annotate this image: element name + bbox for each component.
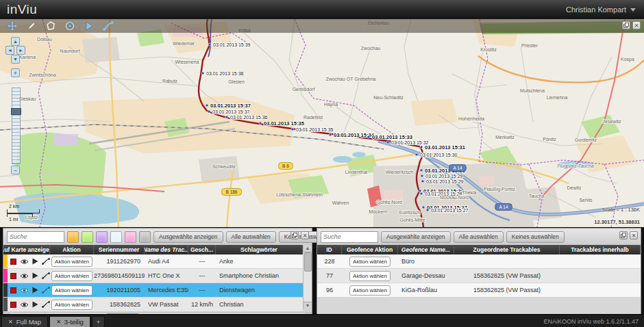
route-icon[interactable] <box>42 258 50 265</box>
play-icon[interactable] <box>32 287 38 293</box>
stop-icon[interactable] <box>10 302 16 308</box>
geofence-row[interactable]: 228Aktion wählenBüro <box>317 254 641 269</box>
column-header[interactable]: Aktion <box>50 245 94 254</box>
color-swatch[interactable] <box>82 231 93 243</box>
track-point-marker[interactable] <box>419 189 421 192</box>
column-header[interactable]: Geofence Name... <box>398 245 454 254</box>
action-select-button[interactable]: Aktion wählen <box>349 257 391 267</box>
eye-icon[interactable] <box>20 302 29 308</box>
stop-icon[interactable] <box>10 273 16 279</box>
track-point-marker[interactable] <box>420 192 423 195</box>
track-point-marker[interactable] <box>367 135 370 138</box>
action-select-button[interactable]: Aktion wählen <box>51 285 92 296</box>
column-header[interactable]: Schlagwörter <box>216 245 303 254</box>
color-swatch[interactable] <box>125 231 136 243</box>
pencil-icon[interactable] <box>26 21 37 31</box>
column-header[interactable]: ID <box>317 245 342 254</box>
geofence-row[interactable]: 77Aktion wählenGarage-Dessau158362825 (V… <box>317 269 641 283</box>
color-swatch[interactable] <box>110 231 122 243</box>
select-all-button[interactable]: Alle auswählen <box>226 231 276 243</box>
add-tab-button[interactable]: + <box>92 316 106 327</box>
marker-icon[interactable] <box>64 21 75 31</box>
track-point-marker[interactable] <box>329 133 332 136</box>
route-icon[interactable] <box>42 301 50 308</box>
eye-icon[interactable] <box>20 287 29 293</box>
eye-icon[interactable] <box>20 273 29 279</box>
stop-icon[interactable] <box>10 259 16 265</box>
track-point-marker[interactable] <box>291 128 294 131</box>
action-select-button[interactable]: Aktion wählen <box>349 271 391 281</box>
track-point-marker[interactable] <box>420 146 423 148</box>
select-all-button[interactable]: Alle auswählen <box>454 231 504 243</box>
color-swatch[interactable] <box>139 231 151 243</box>
tab-full-map[interactable]: ✕Full Map <box>1 316 48 327</box>
pan-down-button[interactable]: ▼ <box>11 55 20 64</box>
map-canvas[interactable]: 03.01.2013 15:3903.01.2013 15:3803.01.20… <box>0 19 644 227</box>
pan-left-button[interactable]: ◄ <box>5 46 14 55</box>
track-point-marker[interactable] <box>420 169 423 172</box>
action-select-button[interactable]: Aktion wählen <box>51 300 92 310</box>
resize-icon[interactable] <box>619 231 628 239</box>
track-point-marker[interactable] <box>208 43 211 46</box>
pan-icon[interactable] <box>7 21 18 31</box>
column-header[interactable]: Name des Trac... <box>145 245 188 254</box>
tab-3-teilig[interactable]: ✕3-teilig <box>49 316 90 327</box>
track-point-marker[interactable] <box>225 116 228 118</box>
vertical-scrollbar[interactable]: ▲ ▼ <box>303 245 312 309</box>
zoom-slider-track[interactable] <box>12 88 21 164</box>
stop-icon[interactable] <box>10 287 16 293</box>
color-swatch[interactable] <box>67 231 79 243</box>
resize-icon[interactable] <box>290 231 299 239</box>
zoom-slider-handle[interactable] <box>11 108 21 115</box>
zoom-in-button[interactable]: + <box>11 68 20 77</box>
close-icon[interactable]: ✕ <box>301 231 309 239</box>
close-icon[interactable]: ✕ <box>632 21 641 29</box>
user-menu[interactable]: Christian Kompart <box>566 5 644 14</box>
route-icon[interactable] <box>42 272 50 279</box>
track-point-marker[interactable] <box>259 122 262 125</box>
scroll-thumb[interactable] <box>304 252 312 272</box>
column-header[interactable]: Trackables innerhalb <box>560 245 641 254</box>
close-icon[interactable]: ✕ <box>630 231 638 239</box>
column-header[interactable]: Seriennummer <box>94 245 145 254</box>
trackable-row[interactable]: Aktion wählen1911262970Audi A4---Anke <box>3 254 303 269</box>
close-tab-icon[interactable]: ✕ <box>56 319 61 325</box>
route-icon[interactable] <box>42 287 50 293</box>
column-header[interactable]: Geofence Aktion <box>342 245 398 254</box>
action-select-button[interactable]: Aktion wählen <box>51 271 92 281</box>
play-icon[interactable] <box>32 272 38 279</box>
track-point-marker[interactable] <box>421 180 424 183</box>
search-input[interactable] <box>7 231 64 243</box>
trackable-row[interactable]: Aktion wählen1920211005Mercedes E350---D… <box>3 283 303 298</box>
pan-right-button[interactable]: ► <box>16 46 25 55</box>
play-icon[interactable] <box>32 301 38 308</box>
show-selected-button[interactable]: Ausgewählte anzeigen <box>381 231 451 243</box>
track-point-marker[interactable] <box>201 72 204 75</box>
route-icon[interactable] <box>103 21 114 31</box>
pan-up-button[interactable]: ▲ <box>11 37 20 46</box>
zoom-out-button[interactable]: − <box>11 166 20 174</box>
action-select-button[interactable]: Aktion wählen <box>51 257 92 267</box>
play-icon[interactable] <box>84 21 95 31</box>
scroll-up-arrow[interactable]: ▲ <box>304 245 312 252</box>
track-point-marker[interactable] <box>422 206 425 209</box>
track-point-marker[interactable] <box>206 104 208 107</box>
track-point-marker[interactable] <box>386 141 389 144</box>
column-header[interactable]: Gesch... <box>188 245 216 254</box>
track-point-marker[interactable] <box>208 110 210 113</box>
eye-icon[interactable] <box>20 259 29 265</box>
action-select-button[interactable]: Aktion wählen <box>349 285 391 296</box>
resize-icon[interactable] <box>622 21 630 29</box>
column-header[interactable]: Zugeordnete Trackables <box>454 245 560 254</box>
play-icon[interactable] <box>32 258 38 265</box>
trackable-row[interactable]: Aktion wählen158362825VW Passat12 km/hCh… <box>3 298 303 312</box>
search-input[interactable] <box>321 231 378 243</box>
select-none-button[interactable]: Keines auswählen <box>506 231 565 243</box>
geofence-row[interactable]: 96Aktion wählenKiGa-Roßlau158362825 (VW … <box>317 283 641 298</box>
show-selected-button[interactable]: Ausgewählte anzeigen <box>153 231 223 243</box>
close-tab-icon[interactable]: ✕ <box>8 319 13 325</box>
polygon-icon[interactable] <box>45 21 56 31</box>
track-point-marker[interactable] <box>421 174 423 177</box>
scroll-down-arrow[interactable]: ▼ <box>304 302 312 309</box>
trackable-row[interactable]: Aktion wählen273698014509119HTC One X---… <box>3 269 303 283</box>
